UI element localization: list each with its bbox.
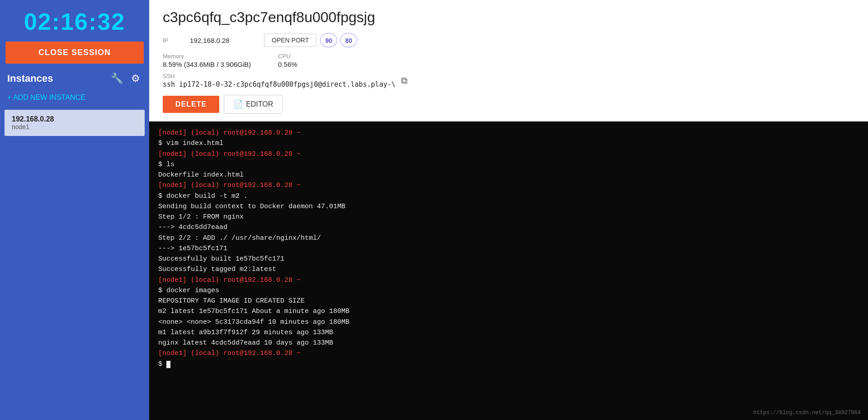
cpu-label: CPU	[278, 53, 297, 60]
terminal-line: $ docker images	[158, 285, 859, 296]
instance-name: node1	[12, 123, 137, 131]
cpu-value: 0.56%	[278, 61, 297, 68]
ip-row: IP 192.168.0.28 OPEN PORT 90 80	[163, 33, 854, 47]
instances-label: Instances	[7, 73, 104, 84]
instances-header: Instances 🔧 ⚙	[0, 64, 149, 90]
ssh-label: SSH	[163, 73, 396, 79]
memory-block: Memory 8.59% (343.6MiB / 3.906GiB)	[163, 53, 251, 68]
ssh-value: ssh ip172-18-0-32-c3pc6qfqf8u000fpgsj0@d…	[163, 80, 396, 89]
memory-value: 8.59% (343.6MiB / 3.906GiB)	[163, 61, 251, 68]
terminal-line: <none> <none> 5c3173cda94f 10 minutes ag…	[158, 317, 859, 327]
terminal-line: [node1] (local) root@192.168.0.28 ~	[158, 149, 859, 159]
instance-ip: 192.168.0.28	[12, 115, 137, 123]
port-90-badge[interactable]: 90	[320, 33, 337, 47]
terminal-line: m2 latest 1e57bc5fc171 About a minute ag…	[158, 306, 859, 317]
terminal-line: Successfully tagged m2:latest	[158, 264, 859, 275]
ip-label: IP	[163, 37, 190, 44]
terminal-line: Sending build context to Docker daemon 4…	[158, 201, 859, 212]
main-panel: c3pc6qfq_c3pc7enqf8u000fpgsjg IP 192.168…	[149, 0, 868, 420]
ssh-row: SSH ssh ip172-18-0-32-c3pc6qfqf8u000fpgs…	[163, 73, 854, 89]
clock-display: 02:16:32	[0, 0, 149, 42]
terminal-line: [node1] (local) root@192.168.0.28 ~	[158, 128, 859, 138]
ip-value: 192.168.0.28	[190, 37, 253, 44]
terminal-line: Dockerfile index.html	[158, 170, 859, 180]
memory-label: Memory	[163, 53, 251, 60]
terminal-line: [node1] (local) root@192.168.0.28 ~	[158, 275, 859, 285]
terminal-line: $ vim index.html	[158, 138, 859, 149]
terminal-line: $	[158, 359, 859, 369]
terminal-line: Step 1/2 : FROM nginx	[158, 212, 859, 222]
open-port-button[interactable]: OPEN PORT	[264, 33, 316, 47]
terminal-line: ---> 1e57bc5fc171	[158, 243, 859, 254]
terminal-line: m1 latest a9b13f7f912f 29 minutes ago 13…	[158, 327, 859, 338]
terminal-line: nginx latest 4cdc5dd7eaad 10 days ago 13…	[158, 338, 859, 348]
ssh-block: SSH ssh ip172-18-0-32-c3pc6qfqf8u000fpgs…	[163, 73, 396, 89]
delete-button[interactable]: DELETE	[163, 96, 219, 113]
terminal-footer: https://blog.csdn.net/qq_34927064	[753, 409, 861, 417]
port-80-badge[interactable]: 80	[340, 33, 357, 47]
close-session-button[interactable]: CLOSE SESSION	[5, 42, 144, 64]
terminal-line: ---> 4cdc5dd7eaad	[158, 222, 859, 233]
terminal-line: Successfully built 1e57bc5fc171	[158, 254, 859, 264]
terminal-line: $ docker build -t m2 .	[158, 191, 859, 201]
terminal-line: REPOSITORY TAG IMAGE ID CREATED SIZE	[158, 296, 859, 306]
editor-label: EDITOR	[246, 100, 273, 108]
editor-button[interactable]: 📄 EDITOR	[224, 95, 283, 114]
copy-ssh-button[interactable]: ⧉	[401, 75, 407, 86]
cpu-block: CPU 0.56%	[278, 53, 297, 68]
add-instance-button[interactable]: + ADD NEW INSTANCE	[0, 90, 149, 107]
terminal-output: [node1] (local) root@192.168.0.28 ~$ vim…	[158, 128, 859, 369]
action-row: DELETE 📄 EDITOR	[163, 95, 854, 121]
terminal-line: $ ls	[158, 159, 859, 170]
instance-title: c3pc6qfq_c3pc7enqf8u000fpgsjg	[163, 9, 854, 26]
instance-item[interactable]: 192.168.0.28 node1	[5, 110, 145, 136]
memory-cpu-row: Memory 8.59% (343.6MiB / 3.906GiB) CPU 0…	[163, 53, 854, 68]
editor-icon: 📄	[233, 99, 243, 109]
wrench-icon-button[interactable]: 🔧	[109, 71, 125, 86]
terminal-panel[interactable]: [node1] (local) root@192.168.0.28 ~$ vim…	[149, 121, 868, 420]
top-panel: c3pc6qfq_c3pc7enqf8u000fpgsjg IP 192.168…	[149, 0, 868, 121]
terminal-line: [node1] (local) root@192.168.0.28 ~	[158, 348, 859, 359]
terminal-line: Step 2/2 : ADD ./ /usr/share/nginx/html/	[158, 233, 859, 243]
sidebar: 02:16:32 CLOSE SESSION Instances 🔧 ⚙ + A…	[0, 0, 149, 420]
terminal-line: [node1] (local) root@192.168.0.28 ~	[158, 180, 859, 191]
gear-icon-button[interactable]: ⚙	[129, 71, 142, 86]
